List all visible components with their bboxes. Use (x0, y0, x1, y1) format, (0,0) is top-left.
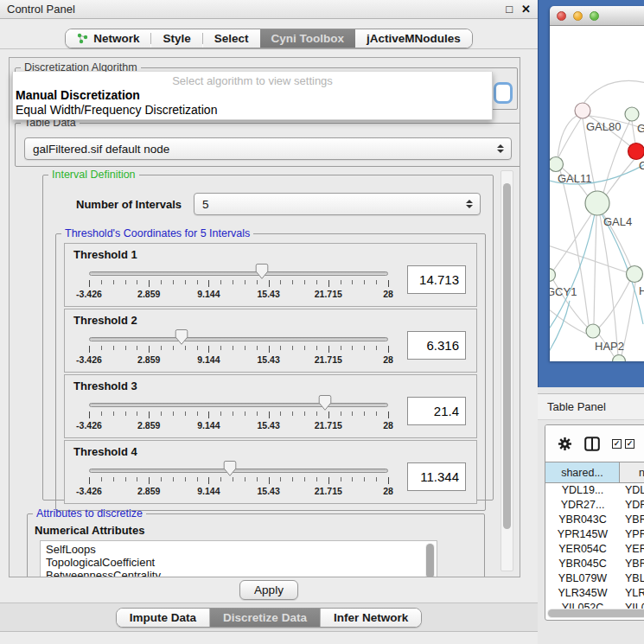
list-scrollbar[interactable] (425, 543, 435, 577)
threshold-2-block: Threshold 2 -3.4262.8599.14415.4321.7152… (64, 309, 477, 373)
list-item[interactable]: BetweennessCentrality (46, 569, 437, 577)
slider-track[interactable] (89, 337, 388, 341)
app-root: Control Panel □ ✕ Network Style Select C… (0, 0, 644, 644)
interval-definition-title: Interval Definition (48, 169, 139, 181)
bottom-tab-bar: Impute Data Discretize Data Infer Networ… (0, 603, 538, 632)
slider-thumb[interactable] (318, 394, 332, 411)
option-manual-discretization[interactable]: Manual Discretization (16, 88, 140, 102)
tab-style[interactable]: Style (151, 29, 201, 48)
thresholds-group-title: Threshold's Coordinates for 5 Intervals (61, 227, 253, 239)
threshold-4-value[interactable]: 11.344 (407, 462, 466, 491)
slider-track[interactable] (89, 403, 388, 407)
table-row[interactable]: YBR043CYBR0 (545, 513, 644, 527)
right-panel: GAL80GACGAL11GAL4GCY1HHAP2 Table Panel ✓… (538, 0, 644, 644)
network-node[interactable] (550, 269, 556, 282)
column-header-name[interactable]: n (620, 462, 644, 482)
table-data-combobox[interactable]: galFiltered.sif default node (24, 137, 512, 160)
close-icon[interactable]: ✕ (521, 3, 531, 16)
attributes-group-title: Attributes to discretize (33, 507, 146, 520)
network-window-titlebar (550, 6, 644, 26)
tab-network-label: Network (93, 32, 139, 45)
column-header-shared-name[interactable]: shared... (545, 462, 620, 482)
slider-track[interactable] (89, 271, 388, 276)
panel-title: Control Panel (7, 3, 75, 16)
panel-scrollbar[interactable] (501, 170, 513, 571)
table-row[interactable]: YER054CYER0 (545, 542, 644, 557)
network-node[interactable] (628, 143, 644, 160)
tab-style-label: Style (163, 32, 190, 45)
slider-ticks (89, 280, 388, 288)
option-equal-width-frequency[interactable]: Equal Width/Frequency Discretization (16, 103, 217, 117)
algorithm-combobox-fragment[interactable] (494, 82, 513, 104)
combo-spinner-icon (466, 200, 473, 208)
top-tab-group: Network Style Select Cyni Toolbox jActiv… (65, 29, 473, 48)
threshold-4-block: Threshold 4 -3.4262.8599.14415.4321.7152… (64, 440, 477, 504)
network-node[interactable] (627, 266, 643, 283)
threshold-3-row: -3.4262.8599.14415.4321.71528 21.4 (73, 393, 468, 435)
threshold-1-label: Threshold 1 (73, 248, 468, 261)
network-node[interactable] (586, 324, 600, 338)
network-node[interactable] (613, 355, 626, 362)
table-row[interactable]: YBL079WYBL0 (545, 571, 644, 586)
zoom-traffic-light-icon[interactable] (590, 11, 599, 21)
attributes-to-discretize-group: Attributes to discretize Numerical Attri… (27, 507, 485, 577)
tab-infer-network[interactable]: Infer Network (320, 609, 421, 627)
slider-ticks (89, 477, 388, 485)
network-desktop: GAL80GACGAL11GAL4GCY1HHAP2 (538, 0, 644, 387)
select-columns-icons[interactable]: ✓ ✓ (612, 439, 634, 449)
slider-track[interactable] (89, 469, 388, 473)
slider-thumb[interactable] (255, 263, 269, 280)
network-canvas[interactable]: GAL80GACGAL11GAL4GCY1HHAP2 (550, 26, 644, 361)
threshold-4-slider[interactable]: -3.4262.8599.14415.4321.71528 (89, 464, 388, 499)
slider-thumb[interactable] (223, 460, 237, 477)
minimize-traffic-light-icon[interactable] (573, 11, 583, 21)
numerical-attributes-list[interactable]: SelfLoopsTopologicalCoefficientBetweenne… (40, 540, 437, 577)
tab-network[interactable]: Network (66, 29, 150, 48)
threshold-1-slider[interactable]: -3.4262.8599.14415.4321.71528 (89, 267, 388, 302)
tab-cyni-toolbox-label: Cyni Toolbox (271, 32, 345, 45)
number-of-intervals-combobox[interactable]: 5 (194, 193, 481, 215)
network-node[interactable] (585, 191, 609, 215)
tab-discretize-data[interactable]: Discretize Data (209, 609, 320, 627)
split-columns-icon[interactable] (584, 437, 600, 451)
threshold-1-value[interactable]: 14.713 (407, 265, 466, 294)
tab-cyni-toolbox[interactable]: Cyni Toolbox (260, 29, 356, 48)
node-label: H (639, 284, 644, 297)
number-of-intervals-row: Number of Intervals 5 (76, 193, 484, 215)
apply-button[interactable]: Apply (239, 580, 298, 600)
table-panel-card: ✓ ✓ shared... n YDL19...YDL1YDR27...YDR2… (545, 424, 644, 621)
close-traffic-light-icon[interactable] (557, 11, 566, 21)
checkbox-icon: ✓ (625, 439, 634, 449)
slider-thumb[interactable] (175, 328, 188, 346)
network-node[interactable] (575, 103, 590, 118)
threshold-2-slider[interactable]: -3.4262.8599.14415.4321.71528 (89, 333, 388, 367)
list-item[interactable]: TopologicalCoefficient (46, 556, 437, 569)
algorithm-hint: Select algorithm to view settings (13, 74, 492, 87)
gear-icon[interactable] (558, 437, 572, 451)
tab-jactivemnodules[interactable]: jActiveMNodules (355, 29, 472, 48)
tab-select[interactable]: Select (203, 29, 260, 48)
threshold-2-value[interactable]: 6.316 (407, 331, 466, 360)
list-item[interactable]: SelfLoops (46, 543, 437, 556)
combo-spinner-icon (497, 144, 504, 153)
bottom-tab-group: Impute Data Discretize Data Infer Networ… (116, 608, 422, 628)
threshold-3-slider[interactable]: -3.4262.8599.14415.4321.71528 (89, 399, 388, 433)
table-row[interactable]: YLR345WYLR3 (545, 586, 644, 601)
table-hscrollbar[interactable] (547, 609, 644, 618)
tab-impute-data[interactable]: Impute Data (117, 609, 209, 627)
table-row[interactable]: YPR145WYPR1 (545, 527, 644, 542)
interval-definition-group: Interval Definition Number of Intervals … (42, 169, 494, 501)
table-row[interactable]: YBR045CYBR0 (545, 557, 644, 571)
network-svg: GAL80GACGAL11GAL4GCY1HHAP2 (550, 26, 644, 361)
table-toolbar: ✓ ✓ (545, 425, 644, 462)
table-row[interactable]: YDL19...YDL1 (545, 483, 644, 498)
network-node[interactable] (550, 157, 564, 172)
network-node[interactable] (625, 107, 639, 121)
network-window[interactable]: GAL80GACGAL11GAL4GCY1HHAP2 (550, 6, 644, 361)
threshold-3-value[interactable]: 21.4 (407, 397, 466, 425)
slider-tick-labels: -3.4262.8599.14415.4321.71528 (89, 420, 388, 431)
table-row[interactable]: YDR27...YDR2 (545, 498, 644, 513)
apply-row: Apply (0, 577, 538, 603)
float-window-icon[interactable]: □ (506, 3, 513, 16)
node-label: GAL4 (603, 215, 632, 228)
